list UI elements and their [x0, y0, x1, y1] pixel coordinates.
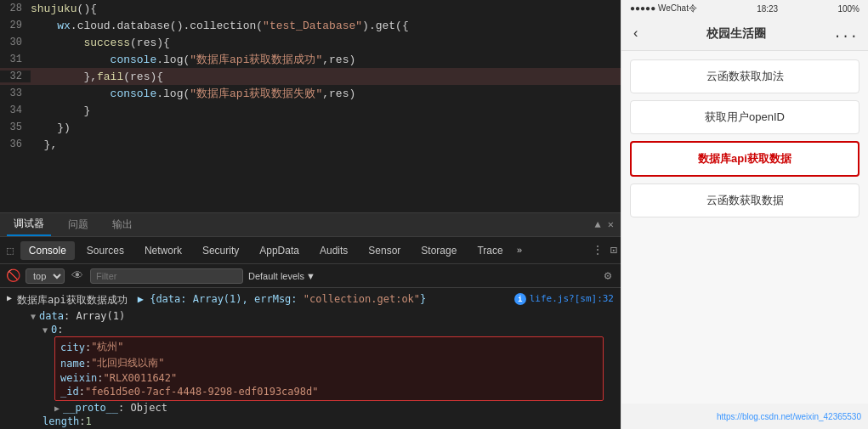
entry-label: 数据库api获取数据成功 — [17, 293, 128, 308]
wechat-simulator: ●●●●● WeChat令 18:23 100% ‹ 校园生活圈 ... 云函数… — [621, 0, 868, 429]
devtools-header: 调试器 问题 输出 ▲ ✕ — [0, 213, 621, 237]
console-toolbar: 🚫 top 👁 Default levels ▼ ⚙ — [0, 264, 621, 288]
battery-status: 100% — [837, 4, 859, 14]
devtools-undock-icon[interactable]: ⊡ — [610, 243, 617, 257]
devtools-overflow-icon[interactable]: ⋮ — [592, 243, 604, 257]
navbar-title: 校园生活圈 — [706, 26, 766, 42]
menu-btn-cloud-data[interactable]: 云函数获取数据 — [630, 183, 859, 217]
levels-chevron: ▼ — [306, 271, 315, 281]
tab-network[interactable]: Network — [136, 241, 190, 260]
info-badge[interactable]: i — [514, 293, 526, 305]
console-entry: ▶ 数据库api获取数据成功 ▶ {data: Array(1), errMsg… — [0, 291, 621, 309]
time-display: 18:23 — [757, 4, 778, 14]
entry-value[interactable]: ▶ {data: Array(1), errMsg: "collection.g… — [138, 293, 508, 305]
toggle-proto[interactable]: ▶ — [54, 404, 60, 413]
tree-item-0[interactable]: ▼ 0: — [0, 323, 621, 336]
highlighted-properties: city : "杭州" name : "北回归线以南" weixin : "RL… — [54, 336, 604, 401]
code-line: 31 console.log("数据库api获取数据成功",res) — [0, 51, 621, 68]
code-line: 32 },fail(res){ — [0, 68, 621, 85]
tree-length: length : 1 — [0, 415, 621, 428]
tab-storage[interactable]: Storage — [412, 241, 465, 260]
status-bar: ●●●●● WeChat令 18:23 100% — [621, 0, 868, 17]
devtools-tab-debugger[interactable]: 调试器 — [7, 213, 51, 236]
wechat-footer: https://blog.csdn.net/weixin_42365530 — [621, 404, 868, 429]
settings-icon[interactable]: ⚙ — [600, 268, 616, 283]
code-line: 28shujuku(){ — [0, 0, 621, 17]
prop-name: name : "北回归线以南" — [60, 355, 598, 371]
tree-proto-obj[interactable]: ▶ __proto__ : Object — [0, 401, 621, 415]
toggle-0[interactable]: ▼ — [43, 325, 48, 335]
tab-console[interactable]: Console — [20, 241, 75, 260]
menu-dots[interactable]: ... — [833, 26, 858, 42]
editor-panel: 28shujuku(){29 wx.cloud.database().colle… — [0, 0, 621, 429]
tab-trace[interactable]: Trace — [468, 241, 511, 260]
footer-link: https://blog.csdn.net/weixin_42365530 — [717, 412, 861, 421]
expand-icon[interactable]: ▶ — [7, 293, 12, 302]
collapse-icon[interactable]: ▲ — [595, 219, 601, 231]
code-line: 30 success(res){ — [0, 34, 621, 51]
prop-id: _id : "fe61d5e0-7acf-4448-9298-edf0193ca… — [60, 385, 598, 398]
tab-audits[interactable]: Audits — [311, 241, 356, 260]
tab-security[interactable]: Security — [194, 241, 247, 260]
entry-source[interactable]: life.js?[sm]:32 — [530, 293, 614, 304]
devtools-tabs-row: ⬚ Console Sources Network Security AppDa… — [0, 237, 621, 264]
code-line: 29 wx.cloud.database().collection("test_… — [0, 17, 621, 34]
devtools-tab-output[interactable]: 输出 — [105, 214, 139, 235]
navbar: ‹ 校园生活圈 ... — [621, 17, 868, 51]
wechat-content: 云函数获取加法 获取用户openID 数据库api获取数据 云函数获取数据 — [621, 51, 868, 404]
clear-console-icon[interactable]: 🚫 — [5, 268, 20, 283]
prop-city: city : "杭州" — [60, 339, 598, 355]
filter-input[interactable] — [90, 268, 243, 284]
prop-weixin: weixin : "RLX0011642" — [60, 371, 598, 385]
tab-appdata[interactable]: AppData — [251, 241, 308, 260]
tree-data-array[interactable]: ▼ data: Array(1) — [0, 309, 621, 323]
default-levels-selector[interactable]: Default levels ▼ — [248, 271, 315, 281]
tab-sensor[interactable]: Sensor — [360, 241, 409, 260]
console-output[interactable]: ▶ 数据库api获取数据成功 ▶ {data: Array(1), errMsg… — [0, 288, 621, 429]
dt-cursor-icon[interactable]: ⬚ — [3, 242, 17, 259]
tab-more-chevron[interactable]: » — [517, 246, 523, 256]
tab-sources[interactable]: Sources — [78, 241, 133, 260]
signal-status: ●●●●● WeChat令 — [630, 3, 697, 14]
code-line: 34 } — [0, 102, 621, 119]
eye-icon[interactable]: 👁 — [70, 269, 85, 283]
code-line: 35 }) — [0, 119, 621, 136]
code-line: 33 console.log("数据库api获取数据失败",res) — [0, 85, 621, 102]
menu-btn-db-api[interactable]: 数据库api获取数据 — [630, 141, 859, 177]
code-line: 36 }, — [0, 136, 621, 153]
code-editor: 28shujuku(){29 wx.cloud.database().colle… — [0, 0, 621, 212]
devtools-tab-issues[interactable]: 问题 — [61, 214, 95, 235]
context-selector[interactable]: top — [26, 268, 65, 284]
menu-btn-openid[interactable]: 获取用户openID — [630, 100, 859, 134]
devtools-panel: 调试器 问题 输出 ▲ ✕ ⬚ Console Sources Network … — [0, 212, 621, 429]
close-icon[interactable]: ✕ — [608, 218, 614, 231]
menu-btn-cloud-add[interactable]: 云函数获取加法 — [630, 59, 859, 93]
toggle-data[interactable]: ▼ — [31, 312, 36, 321]
back-icon[interactable]: ‹ — [632, 26, 640, 42]
